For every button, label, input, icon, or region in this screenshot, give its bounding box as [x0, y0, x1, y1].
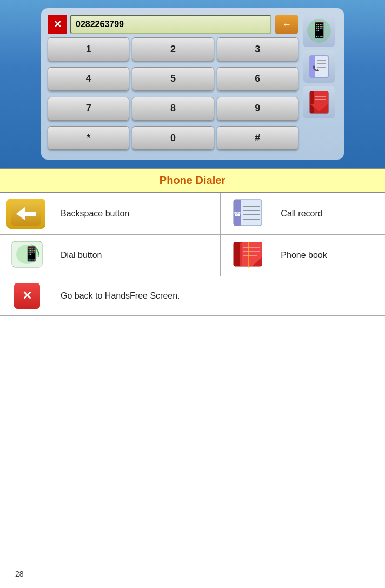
key-6[interactable]: 6 — [217, 67, 298, 91]
callrecord-legend-icon: ☎ — [231, 199, 264, 227]
page-number: 28 — [15, 570, 24, 578]
key-8[interactable]: 8 — [132, 97, 214, 121]
phone-svg-icon: 📱 — [306, 17, 333, 44]
svg-text:📱: 📱 — [310, 21, 329, 39]
sidebar-dial-icon[interactable]: 📱 — [303, 15, 335, 47]
goback-icon-cell: ✕ — [0, 276, 54, 316]
callrecord-icon-cell: ☎ — [220, 193, 274, 235]
phone-screenshot: ✕ 0282263799 ← 1 2 3 4 5 6 7 8 9 * 0 # — [0, 0, 385, 168]
svg-rect-11 — [310, 91, 314, 104]
key-7[interactable]: 7 — [48, 97, 129, 121]
svg-text:📞: 📞 — [313, 65, 320, 72]
sidebar-callrecord-icon[interactable]: 📞 — [303, 50, 335, 83]
dial-legend-icon: 📱 — [11, 240, 43, 268]
arrow-svg — [11, 202, 41, 226]
svg-text:📱: 📱 — [23, 245, 41, 262]
goback-label: Go back to HandsFree Screen. — [54, 276, 385, 316]
col-divider-2 — [207, 235, 221, 276]
key-hash[interactable]: # — [217, 126, 298, 150]
key-5[interactable]: 5 — [132, 67, 214, 91]
key-9[interactable]: 9 — [217, 97, 298, 121]
legend-table: Backspace button ☎ Call record — [0, 193, 385, 316]
display-row: ✕ 0282263799 ← — [48, 15, 298, 34]
dialer-close-button[interactable]: ✕ — [48, 15, 67, 34]
backspace-arrow-icon — [6, 199, 45, 229]
legend-row-1: Backspace button ☎ Call record — [0, 193, 385, 235]
key-1[interactable]: 1 — [48, 37, 129, 61]
col-divider-1 — [207, 193, 221, 235]
phonebook-legend-icon — [231, 240, 264, 268]
backspace-icon-cell — [0, 193, 54, 235]
legend-row-2: 📱 Dial button — [0, 235, 385, 276]
dialer-body: ✕ 0282263799 ← 1 2 3 4 5 6 7 8 9 * 0 # — [41, 8, 344, 160]
dialer-backspace[interactable]: ← — [275, 15, 298, 34]
backspace-label: Backspace button — [54, 193, 207, 235]
key-4[interactable]: 4 — [48, 67, 129, 91]
svg-rect-29 — [234, 242, 240, 266]
section-title: Phone Dialer — [0, 168, 385, 193]
dial-label: Dial button — [54, 235, 207, 276]
keypad-grid: 1 2 3 4 5 6 7 8 9 * 0 # — [48, 37, 298, 153]
key-2[interactable]: 2 — [132, 37, 214, 61]
callrecord-svg-icon: 📞 — [306, 53, 333, 80]
sidebar-phonebook-icon[interactable] — [303, 86, 335, 118]
phonebook-icon-cell — [220, 235, 274, 276]
dialer-sidebar: 📱 📞 — [303, 15, 337, 153]
key-0[interactable]: 0 — [132, 126, 214, 150]
svg-text:☎: ☎ — [234, 210, 241, 217]
key-star[interactable]: * — [48, 126, 129, 150]
dialer-main: ✕ 0282263799 ← 1 2 3 4 5 6 7 8 9 * 0 # — [48, 15, 298, 153]
key-3[interactable]: 3 — [217, 37, 298, 61]
svg-rect-16 — [23, 212, 36, 216]
goback-row: ✕ Go back to HandsFree Screen. — [0, 276, 385, 316]
close-x-icon: ✕ — [14, 283, 40, 309]
callrecord-label: Call record — [274, 193, 385, 235]
dialer-display: 0282263799 — [70, 15, 271, 34]
phonebook-svg-icon — [306, 89, 333, 116]
phonebook-label: Phone book — [274, 235, 385, 276]
dial-icon-cell: 📱 — [0, 235, 54, 276]
